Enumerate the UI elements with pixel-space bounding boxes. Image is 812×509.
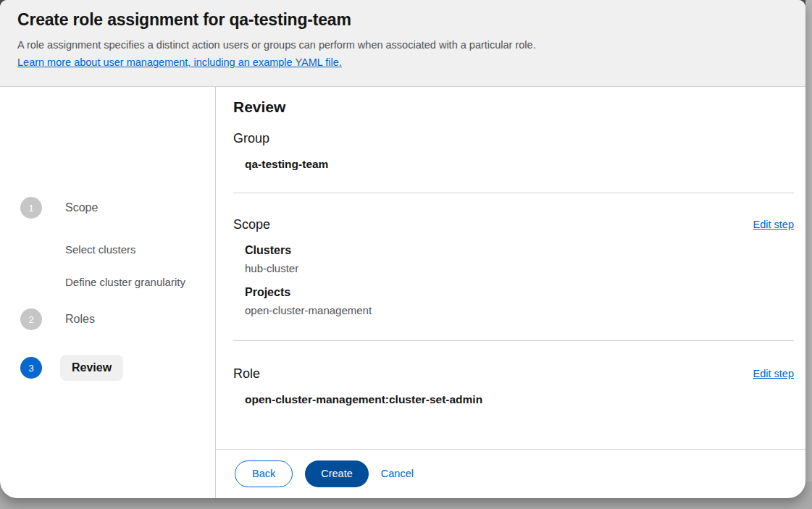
step-number-circle: 2 bbox=[20, 308, 42, 330]
step-label-current: Review bbox=[60, 355, 123, 381]
nav-step-roles[interactable]: 2 Roles bbox=[0, 308, 95, 330]
cancel-button[interactable]: Cancel bbox=[369, 460, 425, 487]
create-button[interactable]: Create bbox=[305, 460, 369, 487]
back-button[interactable]: Back bbox=[235, 460, 293, 487]
review-panel: Review Group qa-testing-team Scope Edit … bbox=[216, 87, 805, 449]
section-group: Group bbox=[233, 130, 794, 146]
section-title-role: Role bbox=[233, 366, 260, 382]
page-description: A role assignment specifies a distinct a… bbox=[17, 39, 788, 51]
substep-label: Define cluster granularity bbox=[65, 276, 185, 288]
step-label: Scope bbox=[65, 201, 98, 214]
section-scope: Scope Edit step bbox=[233, 216, 794, 232]
learn-more-link[interactable]: Learn more about user management, includ… bbox=[17, 56, 342, 68]
wizard-body: 1 Scope Select clusters Define cluster g… bbox=[0, 87, 805, 498]
clusters-label: Clusters bbox=[245, 244, 794, 257]
wizard-content-column: Review Group qa-testing-team Scope Edit … bbox=[216, 87, 805, 498]
edit-step-role-link[interactable]: Edit step bbox=[753, 366, 794, 381]
page-title: Create role assignment for qa-testing-te… bbox=[17, 10, 788, 30]
nav-substep-define-cluster-granularity[interactable]: Define cluster granularity bbox=[65, 276, 185, 288]
review-heading: Review bbox=[233, 98, 794, 116]
substep-label: Select clusters bbox=[65, 243, 136, 256]
step-label: Roles bbox=[65, 313, 95, 326]
section-divider bbox=[233, 340, 794, 341]
nav-substep-select-clusters[interactable]: Select clusters bbox=[65, 243, 136, 256]
nav-step-review[interactable]: 3 Review bbox=[0, 355, 123, 381]
wizard-header: Create role assignment for qa-testing-te… bbox=[0, 0, 805, 87]
section-role: Role Edit step bbox=[233, 366, 794, 382]
wizard-panel: Create role assignment for qa-testing-te… bbox=[0, 0, 805, 498]
projects-value: open-cluster-management bbox=[245, 304, 794, 316]
clusters-value: hub-cluster bbox=[245, 262, 794, 274]
nav-step-scope[interactable]: 1 Scope bbox=[0, 197, 98, 219]
step-number-circle: 3 bbox=[20, 357, 42, 379]
section-divider bbox=[233, 193, 794, 193]
projects-label: Projects bbox=[245, 286, 794, 299]
wizard-step-nav: 1 Scope Select clusters Define cluster g… bbox=[0, 87, 216, 498]
step-number-circle: 1 bbox=[20, 197, 42, 219]
scrollbar-track[interactable] bbox=[805, 0, 812, 481]
role-value: open-cluster-management:cluster-set-admi… bbox=[245, 393, 794, 406]
edit-step-scope-link[interactable]: Edit step bbox=[753, 217, 794, 232]
group-value: qa-testing-team bbox=[245, 158, 794, 171]
section-title-group: Group bbox=[233, 130, 269, 146]
wizard-footer: Back Create Cancel bbox=[216, 449, 805, 498]
section-title-scope: Scope bbox=[233, 216, 270, 232]
